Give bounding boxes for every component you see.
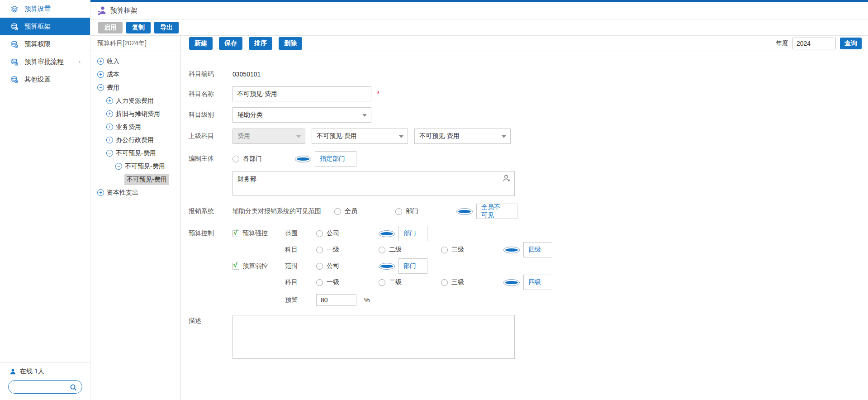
parent-subject-select-1[interactable]: 费用 [232,129,305,144]
expand-plus-icon[interactable]: + [97,189,104,196]
tree-item-折旧与摊销费用[interactable]: +折旧与摊销费用 [90,107,180,120]
search-icon[interactable] [69,383,77,391]
chevron-right-icon: › [79,58,81,65]
query-button[interactable]: 查询 [840,38,862,49]
expand-plus-icon[interactable]: + [106,137,113,143]
reimburse-visibility-hint: 辅助分类对报销系统的可见范围 [232,207,334,215]
radio-icon[interactable] [441,279,448,286]
subject-level-select[interactable]: 辅助分类 [232,107,371,123]
expand-plus-icon[interactable]: + [106,97,113,104]
tree-item-费用[interactable]: −费用 [90,81,180,94]
radio-option-三级[interactable]: 三级 [441,246,503,254]
radio-selected-icon[interactable] [379,263,395,270]
description-textarea[interactable] [232,315,515,359]
radio-option-部门[interactable]: 部门 [379,258,441,274]
radio-option-公司[interactable]: 公司 [316,229,379,238]
radio-icon[interactable] [316,263,323,270]
tree-item-人力资源费用[interactable]: +人力资源费用 [90,94,180,107]
radio-option-全员[interactable]: 全员 [334,207,395,215]
radio-selected-icon[interactable] [503,247,520,253]
radio-icon[interactable] [441,247,448,253]
sidebar-item-5[interactable]: 其他设置 [0,71,90,88]
radio-option-二级[interactable]: 二级 [379,278,441,286]
radio-icon[interactable] [316,279,323,286]
radio-option-label: 公司 [327,229,339,238]
radio-option-label: 部门 [398,226,427,241]
radio-option-一级[interactable]: 一级 [316,246,379,254]
user-list-icon [97,5,107,15]
strong-control-checkbox[interactable]: √ 预算强控 [232,229,285,238]
weak-control-text: 预算弱控 [242,262,268,270]
parent-subject-select-2[interactable]: 不可预见-费用 [312,129,408,144]
sidebar-menu: 预算设置预算框架预算权限预算审批流程›其他设置 [0,0,90,88]
delete-button[interactable]: 删除 [279,37,302,50]
sidebar-item-1[interactable]: 预算设置 [0,0,90,18]
enable-button[interactable]: 启用 [98,22,123,33]
weak-control-checkbox[interactable]: √ 预算弱控 [232,262,285,270]
radio-option-label: 三级 [451,246,464,254]
radio-option-公司[interactable]: 公司 [316,262,379,270]
radio-selected-icon[interactable] [379,230,395,237]
sidebar-item-4[interactable]: 预算审批流程› [0,53,90,71]
year-input[interactable] [792,38,836,49]
radio-option-各部门[interactable]: 各部门 [232,155,295,163]
radio-option-部门[interactable]: 部门 [395,207,456,215]
radio-selected-icon[interactable] [503,279,520,286]
sidebar-item-2[interactable]: 预算框架 [0,18,90,35]
radio-option-部门[interactable]: 部门 [379,226,441,241]
subject-name-input[interactable] [232,86,371,101]
checkbox-icon[interactable]: √ [232,263,239,270]
designated-department-box[interactable]: 财务部 [232,171,515,196]
copy-button[interactable]: 复制 [126,22,151,33]
radio-option-label: 二级 [389,278,402,286]
weak-subject-label: 科目 [285,278,316,286]
sidebar-item-3[interactable]: 预算权限 [0,35,90,53]
radio-option-一级[interactable]: 一级 [316,278,379,286]
checkbox-icon[interactable]: √ [232,230,239,237]
radio-icon[interactable] [316,247,323,253]
expand-plus-icon[interactable]: + [106,110,113,117]
collapse-minus-icon[interactable]: − [97,84,104,91]
expand-plus-icon[interactable]: + [97,71,104,78]
radio-option-label: 三级 [451,278,464,286]
warning-threshold-input[interactable] [316,294,356,306]
radio-option-label: 全员 [345,207,357,215]
radio-icon[interactable] [395,208,402,215]
tree-item-不可预见-费用[interactable]: −不可预见-费用 [90,147,180,160]
tree-item-成本[interactable]: +成本 [90,68,180,81]
radio-icon[interactable] [232,156,239,162]
collapse-minus-icon[interactable]: − [106,150,113,157]
save-button[interactable]: 保存 [219,37,242,50]
body-row: 预算科目[2024年] +收入+成本−费用+人力资源费用+折旧与摊销费用+业务费… [90,36,868,400]
radio-option-四级[interactable]: 四级 [503,242,566,257]
tree-item-办公行政费用[interactable]: +办公行政费用 [90,133,180,147]
tree-item-资本性支出[interactable]: +资本性支出 [90,186,180,199]
sort-button[interactable]: 排序 [249,37,272,50]
tree-item-收入[interactable]: +收入 [90,55,180,68]
collapse-minus-icon[interactable]: − [115,163,122,170]
parent-subject-select-3[interactable]: 不可预见-费用 [414,129,511,144]
radio-option-全员不可见[interactable]: 全员不可见 [456,204,517,219]
tree-item-label: 不可预见-费用 [116,149,156,157]
expand-plus-icon[interactable]: + [106,124,113,130]
new-button[interactable]: 新建 [189,37,213,50]
tree-item-label: 费用 [107,84,119,92]
tree-item-不可预见-费用[interactable]: 不可预见-费用 [90,173,180,186]
radio-icon[interactable] [379,247,385,253]
radio-icon[interactable] [316,230,323,237]
radio-selected-icon[interactable] [295,156,311,162]
radio-option-二级[interactable]: 二级 [379,246,441,254]
radio-option-label: 四级 [523,275,552,290]
radio-option-四级[interactable]: 四级 [503,275,566,290]
radio-option-label: 四级 [523,242,552,257]
tree-item-不可预见-费用[interactable]: −不可预见-费用 [90,160,180,173]
radio-selected-icon[interactable] [456,208,473,215]
export-button[interactable]: 导出 [154,22,179,33]
expand-plus-icon[interactable]: + [97,58,104,65]
add-user-icon[interactable] [502,174,511,183]
radio-option-指定部门[interactable]: 指定部门 [295,151,357,167]
radio-option-三级[interactable]: 三级 [441,278,503,286]
radio-icon[interactable] [334,208,341,215]
tree-item-业务费用[interactable]: +业务费用 [90,120,180,133]
radio-icon[interactable] [379,279,385,286]
